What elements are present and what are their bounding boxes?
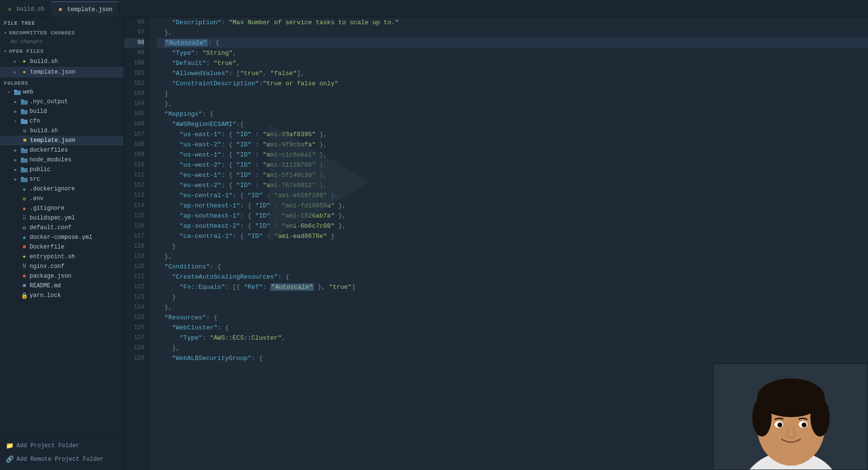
tree-item-build-folder[interactable]: ▶ build [0,107,124,116]
tab-template-json[interactable]: ■ template.json [51,1,119,17]
code-line-99: "Type": "String", [157,48,868,58]
tree-item-src[interactable]: ▶ src [0,174,124,184]
close-template-json-button[interactable]: ✕ [11,68,18,76]
svg-rect-11 [21,157,24,159]
tree-item-dockerfiles[interactable]: ▶ dockerfiles [0,145,124,155]
code-line-121: "CreateAutoScalingResources": { [157,272,868,282]
code-line-125: "Resources": { [157,313,868,323]
line-num-122: 122 [124,282,144,292]
line-num-113: 113 [124,190,144,201]
code-line-104: }, [157,99,868,109]
tree-label-cfn: cfn [30,118,40,125]
code-line-114: "ap-northeast-1": { "ID" : "ami-fd10059a… [157,201,868,211]
code-line-100: "Default": "true", [157,58,868,68]
tree-arrow-cfn: ▾ [12,118,19,125]
code-line-113: "eu-central-1": { "ID" : "ami-e656f189" … [157,190,868,201]
line-num-114: 114 [124,201,144,211]
tree-label-entrypoint: entrypoint.sh [30,253,75,260]
line-num-99: 99 [124,48,144,58]
close-build-sh-button[interactable]: ✕ [11,58,18,65]
video-face-svg [713,364,868,470]
tree-item-cfn[interactable]: ▾ cfn [0,116,124,126]
code-line-102: "ConstraintDescription":"true or false o… [157,78,868,89]
tree-label-build: build [30,108,47,115]
tree-item-package-json[interactable]: ■ package.json [0,271,124,281]
tree-label-dockerfile: Dockerfile [30,244,64,251]
tree-item-dockerfile[interactable]: ■ Dockerfile [0,242,124,252]
line-numbers: 9697989910010110210310410510610710810911… [124,17,149,470]
tree-item-gitignore[interactable]: ◆ .gitignore [0,204,124,213]
package-json-icon: ■ [20,272,28,280]
sh-file-icon: ● [20,58,28,65]
tree-item-web[interactable]: ▾ web [0,87,124,97]
add-project-folder-button[interactable]: 📁 Add Project Folder [0,439,124,453]
tree-label-package-json: package.json [30,273,71,280]
add-remote-label: Add Remote Project Folder [16,456,104,463]
line-num-107: 107 [124,129,144,140]
line-num-102: 102 [124,78,144,89]
tree-item-buildspec[interactable]: ⠿ buildspec.yml [0,213,124,223]
open-file-template-json[interactable]: ✕ ● template.json [0,67,124,78]
line-num-118: 118 [124,241,144,251]
tree-label-web: web [23,89,33,95]
template-json-icon: ■ [21,137,29,144]
tree-item-entrypoint[interactable]: ● entrypoint.sh [0,252,124,262]
line-num-119: 119 [124,251,144,262]
folder-nyc-icon [20,98,28,106]
code-line-123: } [157,292,868,302]
tree-item-public[interactable]: ▶ public [0,165,124,174]
folders-header: FOLDERS [0,78,124,87]
sidebar-footer: 📁 Add Project Folder 🔗 Add Remote Projec… [0,435,124,470]
line-num-121: 121 [124,272,144,282]
tree-item-yarn-lock[interactable]: 🔒 yarn.lock [0,291,124,300]
code-line-106: "AWSRegionECSAMI":{ [157,119,868,129]
tree-item-node-modules[interactable]: ▶ node_modules [0,155,124,165]
default-conf-icon: ⚙ [20,224,28,232]
open-files-section[interactable]: ▾ OPEN FILES [0,47,124,56]
tree-label-yarn-lock: yarn.lock [30,292,61,299]
tree-item-template-json[interactable]: ■ template.json [0,136,124,145]
tab-build-sh[interactable]: ⎋ build.sh [0,1,51,17]
line-num-96: 96 [124,17,144,28]
tree-item-build-sh[interactable]: ⎋ build.sh [0,126,124,136]
folder-dockerfiles-icon [20,146,28,154]
docker-compose-icon: ◈ [20,234,28,241]
editor: 9697989910010110210310410510610710810911… [124,17,868,470]
svg-rect-1 [14,90,17,92]
tree-item-env[interactable]: ⚙ .env [0,194,124,204]
gitignore-icon: ◆ [20,204,28,212]
tree-label-public: public [30,166,50,173]
line-num-101: 101 [124,68,144,78]
tree-item-docker-compose[interactable]: ◈ docker-compose.yml [0,233,124,242]
code-line-105: "Mappings": { [157,109,868,119]
line-num-126: 126 [124,323,144,333]
tab-bar: ⎋ build.sh ■ template.json [0,0,868,17]
svg-point-21 [752,398,772,437]
tree-label-dockerignore: .dockerignore [30,186,75,192]
buildspec-icon: ⠿ [20,214,28,222]
line-num-105: 105 [124,109,144,119]
chevron-down-icon-2: ▾ [4,48,7,54]
folder-public-icon [20,166,28,173]
nginx-icon: N [20,263,28,270]
tree-item-readme[interactable]: ■ README.md [0,281,124,291]
code-line-98: "Autoscale": { [157,38,868,48]
uncommitted-changes-section[interactable]: ▾ UNCOMMITTED CHANGES [0,28,124,38]
add-remote-project-button[interactable]: 🔗 Add Remote Project Folder [0,453,124,466]
folder-cfn-icon [20,117,28,125]
tree-item-default-conf[interactable]: ⚙ default.conf [0,223,124,233]
line-num-128: 128 [124,343,144,353]
tree-item-nginx[interactable]: N nginx.conf [0,262,124,271]
line-num-98: 98 [124,38,144,48]
code-line-119: }, [157,251,868,262]
line-num-100: 100 [124,58,144,68]
build-sh-icon: ⎋ [21,127,29,135]
tree-item-nyc[interactable]: ▶ .nyc_output [0,97,124,107]
tree-arrow-nyc: ▶ [12,98,19,105]
tree-label-gitignore: .gitignore [30,205,64,212]
entrypoint-icon: ● [20,253,28,261]
tree-label-nginx: nginx.conf [30,263,64,270]
json-file-icon: ● [20,68,28,76]
tree-item-dockerignore[interactable]: ◈ .dockerignore [0,184,124,194]
open-file-build-sh[interactable]: ✕ ● build.sh [0,56,124,67]
